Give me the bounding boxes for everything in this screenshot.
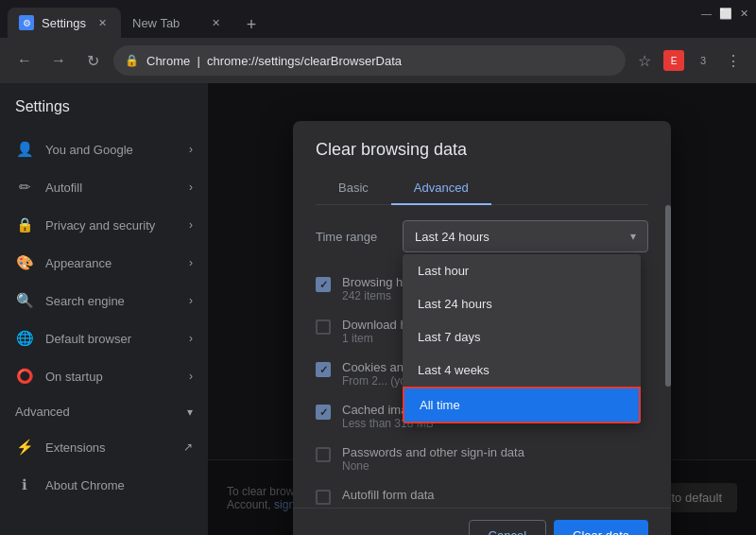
time-range-label: Time range bbox=[316, 230, 391, 244]
cb-autofill-title: Autofill form data bbox=[342, 488, 648, 502]
sidebar-item-privacy-label: Privacy and security bbox=[45, 218, 178, 233]
tab-settings[interactable]: ⚙ Settings ✕ bbox=[8, 8, 121, 38]
cancel-button[interactable]: Cancel bbox=[469, 520, 546, 535]
sidebar-item-autofill-label: Autofill bbox=[45, 181, 178, 195]
new-tab-button[interactable]: + bbox=[238, 11, 265, 38]
chevron-icon-2: › bbox=[189, 218, 193, 232]
appearance-icon: 🎨 bbox=[15, 253, 34, 272]
checkbox-cookies-box[interactable] bbox=[316, 362, 331, 377]
chevron-icon-0: › bbox=[189, 143, 193, 156]
address-text: Chrome | chrome://settings/clearBrowserD… bbox=[146, 54, 402, 68]
sidebar-item-startup[interactable]: ⭕ On startup › bbox=[0, 357, 208, 395]
checkbox-browsing-history-box[interactable] bbox=[316, 277, 331, 292]
sidebar-title: Settings bbox=[0, 98, 208, 130]
content-area: To clear browsing data from this device … bbox=[208, 83, 756, 535]
dialog-tabs: Basic Advanced bbox=[316, 171, 648, 205]
dialog-title: Clear browsing data bbox=[316, 140, 648, 160]
startup-icon: ⭕ bbox=[15, 367, 34, 386]
time-range-row: Time range Last 24 hours ▾ Last hour bbox=[316, 220, 648, 252]
tab-newtab-label: New Tab bbox=[132, 16, 180, 30]
dropdown-item-last-hour[interactable]: Last hour bbox=[403, 254, 641, 287]
external-link-icon: ↗ bbox=[183, 440, 193, 454]
sidebar-item-you-and-google[interactable]: 👤 You and Google › bbox=[0, 130, 208, 168]
dialog-overlay: Clear browsing data Basic Advanced bbox=[208, 83, 756, 535]
back-button[interactable]: ← bbox=[11, 47, 38, 74]
chevron-icon-6: › bbox=[189, 370, 193, 383]
dialog-scroll-thumb bbox=[665, 205, 671, 387]
dropdown-item-all-time[interactable]: All time bbox=[403, 387, 641, 423]
sidebar-item-you-and-google-label: You and Google bbox=[45, 143, 178, 157]
chevron-icon-4: › bbox=[189, 294, 193, 307]
dialog-header: Clear browsing data Basic Advanced bbox=[293, 121, 671, 205]
sidebar-item-default-browser[interactable]: 🌐 Default browser › bbox=[0, 319, 208, 357]
sidebar-section-advanced[interactable]: Advanced ▾ bbox=[0, 395, 208, 428]
time-range-dropdown: Last hour Last 24 hours Last 7 days Last… bbox=[403, 254, 641, 423]
cb-passwords-sub: None bbox=[342, 459, 648, 473]
address-bar-row: ← → ↻ 🔒 Chrome | chrome://settings/clear… bbox=[0, 38, 756, 83]
lock-icon: 🔒 bbox=[125, 54, 139, 67]
sidebar-section-advanced-label: Advanced bbox=[15, 405, 176, 419]
dialog-body: Time range Last 24 hours ▾ Last hour bbox=[293, 205, 671, 508]
browser-icon: 🌐 bbox=[15, 329, 34, 348]
sidebar-item-about[interactable]: ℹ About Chrome bbox=[0, 466, 208, 504]
privacy-icon: 🔒 bbox=[15, 216, 34, 234]
bookmark-button[interactable]: ☆ bbox=[633, 49, 656, 72]
cb-passwords-title: Passwords and other sign-in data bbox=[342, 445, 648, 459]
chevron-icon-1: › bbox=[189, 181, 193, 194]
autofill-icon: ✏ bbox=[15, 178, 34, 197]
about-icon: ℹ bbox=[15, 475, 34, 494]
sidebar-item-appearance-label: Appearance bbox=[45, 256, 178, 270]
checkbox-passwords: Passwords and other sign-in data None bbox=[316, 438, 648, 480]
checkbox-cache-box[interactable] bbox=[316, 405, 331, 420]
checkbox-download-history-box[interactable] bbox=[316, 319, 331, 335]
sidebar-item-search-label: Search engine bbox=[45, 294, 178, 308]
dropdown-item-last-4w[interactable]: Last 4 weeks bbox=[403, 354, 641, 387]
dropdown-item-last-7d[interactable]: Last 7 days bbox=[403, 320, 641, 354]
sidebar-item-appearance[interactable]: 🎨 Appearance › bbox=[0, 244, 208, 282]
tab-settings-label: Settings bbox=[42, 16, 86, 30]
sidebar-item-extensions-label: Extensions bbox=[45, 440, 172, 455]
person-icon: 👤 bbox=[15, 140, 34, 159]
tab-bar: ⚙ Settings ✕ New Tab ✕ + bbox=[0, 0, 756, 38]
time-range-select[interactable]: Last 24 hours ▾ bbox=[403, 220, 648, 252]
sidebar-item-extensions[interactable]: ⚡ Extensions ↗ bbox=[0, 428, 208, 466]
menu-button[interactable]: ⋮ bbox=[722, 49, 745, 72]
chevron-icon-3: › bbox=[189, 256, 193, 269]
profile-button[interactable]: 3 bbox=[692, 49, 714, 72]
checkbox-passwords-box[interactable] bbox=[316, 447, 331, 462]
settings-tab-icon: ⚙ bbox=[19, 15, 34, 30]
select-arrow-icon: ▾ bbox=[630, 230, 636, 243]
forward-button[interactable]: → bbox=[45, 47, 72, 74]
tab-advanced[interactable]: Advanced bbox=[391, 171, 491, 204]
sidebar-item-search[interactable]: 🔍 Search engine › bbox=[0, 282, 208, 319]
sidebar-item-autofill[interactable]: ✏ Autofill › bbox=[0, 168, 208, 206]
checkbox-autofill-box[interactable] bbox=[316, 490, 331, 505]
tab-newtab-close[interactable]: ✕ bbox=[208, 15, 223, 30]
extensions-icon: ⚡ bbox=[15, 438, 34, 457]
tab-basic[interactable]: Basic bbox=[316, 171, 391, 204]
checkbox-autofill: Autofill form data bbox=[316, 480, 648, 508]
window-controls: — ⬜ ✕ bbox=[701, 8, 748, 20]
chevron-icon-5: › bbox=[189, 332, 193, 345]
clear-data-button[interactable]: Clear data bbox=[554, 520, 648, 535]
sidebar: Settings 👤 You and Google › ✏ Autofill ›… bbox=[0, 83, 208, 535]
tab-settings-close[interactable]: ✕ bbox=[94, 15, 110, 30]
tab-newtab[interactable]: New Tab ✕ bbox=[121, 8, 234, 38]
sidebar-item-startup-label: On startup bbox=[45, 370, 178, 384]
clear-browsing-data-dialog: Clear browsing data Basic Advanced bbox=[293, 121, 671, 535]
dialog-scrollbar[interactable] bbox=[665, 205, 671, 508]
advanced-chevron-icon: ▾ bbox=[187, 406, 193, 419]
address-bar[interactable]: 🔒 Chrome | chrome://settings/clearBrowse… bbox=[113, 45, 626, 76]
time-range-selected-value: Last 24 hours bbox=[415, 230, 490, 244]
sidebar-item-about-label: About Chrome bbox=[45, 478, 193, 492]
dialog-footer: Cancel Clear data bbox=[293, 508, 671, 535]
sidebar-item-default-browser-label: Default browser bbox=[45, 332, 178, 346]
extensions-button[interactable]: E bbox=[663, 50, 684, 71]
search-icon: 🔍 bbox=[15, 291, 34, 310]
reload-button[interactable]: ↻ bbox=[79, 47, 106, 74]
address-bar-actions: ☆ E 3 ⋮ bbox=[633, 49, 745, 72]
dropdown-item-last-24h[interactable]: Last 24 hours bbox=[403, 287, 641, 320]
sidebar-item-privacy[interactable]: 🔒 Privacy and security › bbox=[0, 206, 208, 244]
